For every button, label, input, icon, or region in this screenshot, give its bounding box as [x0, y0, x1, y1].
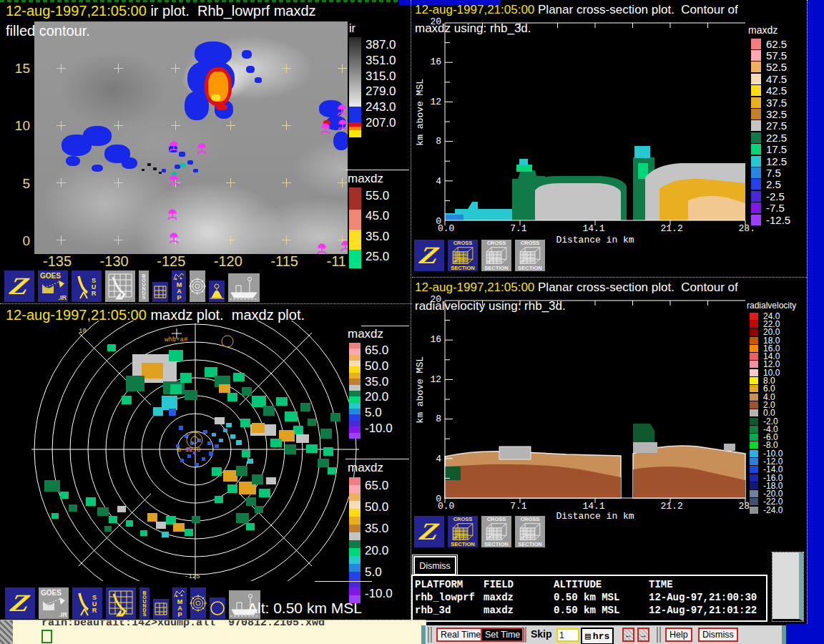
radar-sur-button[interactable]: SUR [72, 587, 103, 620]
terminal-window[interactable]: rain:beaufait:142>xdump.all 970812.2105.… [0, 620, 426, 644]
tick-label: 21.2 [661, 223, 683, 234]
cross-section-3-button[interactable]: CROSS SECTION [514, 515, 546, 548]
color-swatch [750, 394, 758, 401]
ship-button[interactable] [227, 273, 260, 303]
colorbar-entry: -12.5 [751, 214, 790, 225]
separator [657, 627, 658, 643]
tick-label: 8 [426, 137, 441, 146]
help-button[interactable]: Help [665, 628, 692, 642]
sat-maxdz-colorbar [349, 187, 361, 268]
xsec2-x-ticks: 0.07.114.121.228. [438, 501, 755, 512]
radar-sur-button[interactable]: SUR [71, 270, 102, 303]
zebra-logo-button[interactable]: Z [4, 587, 36, 620]
color-swatch [750, 313, 758, 320]
range-rings-icon [189, 278, 206, 295]
latlon-grid-mark [282, 64, 291, 73]
colorbar-entry: 62.5 [751, 38, 790, 49]
corner-blue-border [786, 624, 824, 644]
colorbar-entry: 7.5 [751, 167, 790, 178]
latlon-grid-mark [57, 235, 66, 245]
cross-section-2-button[interactable]: CROSS SECTION [481, 515, 512, 548]
tick-label: -10.0 [365, 587, 393, 600]
range-rings-button[interactable] [190, 587, 207, 620]
tick-label: -115 [270, 253, 298, 270]
table-cell: ALTITUDE [554, 578, 649, 591]
color-swatch [750, 377, 758, 384]
radar-grid-button[interactable] [104, 270, 136, 303]
satellite-contour-blob [147, 163, 151, 166]
cross-section-cube-icon [516, 246, 544, 265]
tick-label: -130 [100, 253, 129, 270]
ppi-colorbar1 [349, 343, 360, 439]
table-header-row: PLATFORMFIELDALTITUDETIME [415, 578, 757, 591]
ppi-colorbar1-label: maxdz [348, 327, 383, 341]
table-cell: maxdz [484, 591, 554, 604]
goes-ir-button[interactable]: GOES .IR [37, 270, 69, 303]
satellite-contour-blob [179, 152, 185, 157]
xsec1-plot[interactable] [445, 23, 745, 220]
step-back-button[interactable]: ← [622, 628, 634, 642]
xsec2-plot[interactable] [445, 301, 745, 498]
satellite-contour-blob [162, 169, 166, 172]
tick-label: 45.0 [366, 210, 389, 222]
window-edge [421, 625, 426, 644]
map-button[interactable]: MAP [172, 587, 187, 620]
colorbar-tick-label: 17.5 [766, 143, 787, 155]
goes-ir-button[interactable]: GOES .IR [38, 587, 69, 620]
grid-button[interactable] [152, 598, 170, 620]
colorbar-tick-label: 42.5 [766, 84, 787, 97]
bounds-button[interactable]: BOUNDS [139, 587, 150, 620]
set-time-button[interactable]: Set Time [481, 628, 524, 642]
tick-label: -125 [157, 253, 185, 270]
cross-section-2-button[interactable]: CROSS SECTION [481, 239, 512, 272]
buoy-button[interactable] [208, 280, 225, 303]
xsec1-x-ticks: 0.07.114.121.228. [438, 223, 755, 234]
radar-dish-icon [77, 273, 89, 299]
step-forward-button[interactable]: → [637, 628, 649, 642]
table-cell: maxdz [484, 604, 554, 617]
cross-section-1-button[interactable]: CROSS SECTION [447, 239, 479, 272]
range-rings-button[interactable] [189, 270, 206, 303]
colorbar-entry: 27.5 [751, 120, 790, 132]
cross-section-1-button[interactable]: CROSS SECTION [447, 515, 479, 548]
circle-overlay-button[interactable] [209, 597, 226, 620]
real-time-button[interactable]: Real Time [436, 628, 485, 642]
satellite-contour-blob [255, 77, 262, 83]
color-swatch [751, 179, 761, 190]
legend-separator [315, 581, 372, 582]
radar-dish-icon [77, 590, 90, 616]
radar-grid-button[interactable] [105, 587, 137, 620]
tick-label: -135 [43, 253, 72, 270]
zebra-logo-button[interactable]: Z [4, 270, 35, 303]
grid-button[interactable] [152, 281, 169, 303]
station-marker-icon [340, 240, 348, 252]
scrollbar[interactable] [772, 552, 803, 621]
separator [522, 627, 524, 643]
color-swatch [750, 361, 758, 368]
tick-label: 7.1 [510, 501, 526, 512]
bounds-button[interactable]: BOUNDS [138, 270, 149, 303]
skip-value-input[interactable] [556, 628, 579, 642]
cross-section-3-button[interactable]: CROSS SECTION [514, 239, 546, 272]
tick-label: 21.2 [661, 501, 683, 512]
status-dismiss-button[interactable]: Dismiss [413, 556, 456, 575]
zebra-logo-button[interactable]: Z [413, 515, 445, 548]
tick-label: 35.0 [365, 522, 393, 535]
xsec2-title: 12-aug-1997,21:05:00 Planar cross-sectio… [415, 280, 738, 295]
table-cell: 0.50 km MSL [554, 604, 649, 617]
satellite-image[interactable] [34, 21, 348, 254]
timebar-dismiss-button[interactable]: Dismiss [698, 628, 738, 642]
map-button[interactable]: MAP [171, 270, 187, 303]
ppi-corner-label: 10 [79, 328, 87, 335]
color-swatch [750, 474, 758, 482]
table-cell: FIELD [484, 578, 554, 591]
color-swatch [750, 328, 758, 336]
legend-separator [345, 170, 409, 170]
ppi-toolbar: ZGOES .IR SUR BOUNDS MAP [4, 587, 261, 620]
ir-colorbar-label: ir [349, 22, 355, 35]
right-arrow-icon: → [639, 630, 647, 639]
tick-label: 207.0 [366, 117, 396, 129]
color-swatch [750, 441, 758, 449]
hrs-button[interactable]: ▤hrs [581, 628, 614, 644]
zebra-logo-button[interactable]: Z [413, 239, 445, 272]
